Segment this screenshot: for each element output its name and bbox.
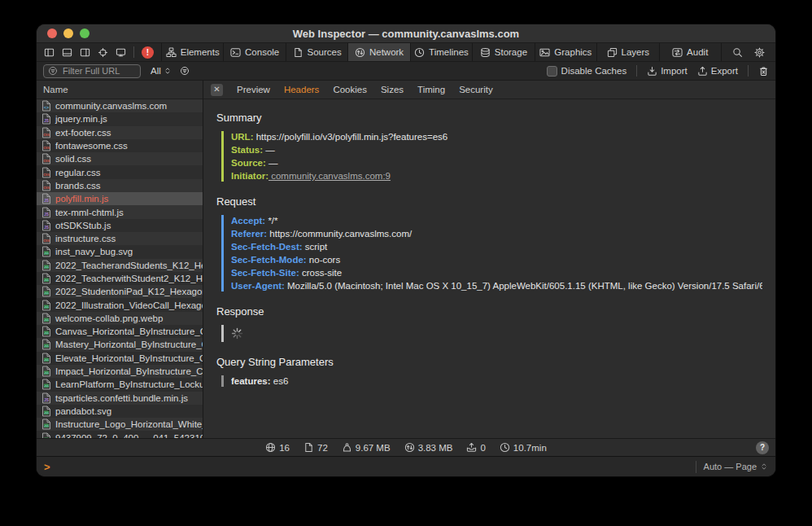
resource-row[interactable]: Canvas_Horizontal_ByInstructure_Colo…: [37, 325, 203, 338]
settings-gear-icon[interactable]: [751, 47, 768, 58]
file-type-css-icon: css: [41, 127, 51, 138]
clear-network-items-button[interactable]: [758, 66, 769, 77]
resource-row[interactable]: Elevate_Horizontal_ByInstructure_Colo…: [37, 352, 203, 365]
tab-elements[interactable]: Elements: [161, 43, 223, 61]
stat-outbox: 0: [466, 442, 485, 453]
resource-row[interactable]: Impact_Horizontal_ByInstructure_Color…: [37, 365, 203, 378]
help-button[interactable]: ?: [756, 441, 769, 454]
field-label: Source:: [231, 158, 266, 168]
tab-audit[interactable]: Audit: [659, 43, 721, 61]
export-button[interactable]: Export: [697, 66, 738, 77]
resource-row[interactable]: csssolid.css: [37, 152, 203, 165]
stat-value: 0: [480, 443, 485, 453]
resource-row[interactable]: 2022_Illustration_VideoCall_Hexagon.p…: [37, 298, 203, 311]
disable-caches-checkbox[interactable]: [547, 66, 557, 77]
zoom-window-button[interactable]: [80, 28, 89, 38]
window-title: Web Inspector — community.canvaslms.com: [37, 28, 775, 40]
export-icon: [697, 66, 708, 77]
file-type-js-icon: JS: [41, 392, 51, 404]
sidebar-column-header[interactable]: Name: [37, 81, 203, 99]
weight-icon: [342, 442, 352, 453]
resource-row[interactable]: JSpolyfill.min.js: [37, 192, 203, 205]
resource-row[interactable]: JStex-mml-chtml.js: [37, 205, 203, 218]
tab-network[interactable]: Network: [347, 43, 409, 61]
display-icon[interactable]: [116, 47, 126, 58]
disable-caches-label: Disable Caches: [561, 66, 627, 76]
resource-row[interactable]: <>community.canvaslms.com: [37, 99, 203, 112]
resource-row[interactable]: cssfontawesome.css: [37, 139, 203, 152]
detail-tab-sizes[interactable]: Sizes: [381, 85, 404, 94]
file-type-html-icon: <>: [41, 100, 51, 112]
detail-tab-cookies[interactable]: Cookies: [333, 85, 367, 94]
console-prompt-chevron[interactable]: >: [44, 462, 50, 472]
tab-label: Graphics: [554, 47, 592, 57]
tab-timelines[interactable]: Timelines: [410, 43, 472, 61]
resource-row[interactable]: JSotSDKStub.js: [37, 219, 203, 232]
issues-badge[interactable]: !: [142, 46, 154, 59]
search-icon[interactable]: [729, 47, 746, 58]
resource-row[interactable]: welcome-collab.png.webp: [37, 312, 203, 325]
header-field: Referer: https://community.canvaslms.com…: [231, 229, 762, 239]
resource-row[interactable]: 2022_StudentoniPad_K12_Hexagon.png: [37, 285, 203, 298]
filter-field[interactable]: [43, 64, 141, 78]
detail-tab-headers[interactable]: Headers: [284, 85, 319, 94]
elements-icon: [166, 47, 177, 58]
tab-sources[interactable]: Sources: [286, 43, 347, 61]
resource-name: ext-footer.css: [55, 128, 111, 138]
resource-row[interactable]: cssext-footer.css: [37, 126, 203, 139]
resource-row[interactable]: LearnPlatform_ByInstructure_Lockup_…: [37, 378, 203, 391]
resource-type-select[interactable]: All: [151, 66, 172, 76]
file-type-img-icon: [41, 326, 51, 337]
network-icon: [355, 47, 365, 58]
tab-storage[interactable]: Storage: [472, 43, 534, 61]
minimize-window-button[interactable]: [63, 28, 73, 38]
import-button[interactable]: Import: [647, 66, 688, 77]
svg-text:css: css: [43, 173, 50, 177]
resource-row[interactable]: 9437909_72_0_400 … 041_5423109: [37, 431, 203, 438]
file-type-js-icon: JS: [41, 113, 51, 125]
filter-options-button[interactable]: [180, 66, 190, 76]
close-detail-button[interactable]: ✕: [211, 84, 223, 96]
tab-label: Timelines: [429, 47, 469, 57]
execution-context-select[interactable]: Auto — Page: [696, 461, 768, 473]
svg-text:JS: JS: [44, 198, 50, 203]
target-icon[interactable]: [98, 47, 108, 58]
field-value: Mozilla/5.0 (Macintosh; Intel Mac OS X 1…: [285, 281, 762, 291]
resource-row[interactable]: cssinstructure.css: [37, 232, 203, 245]
field-value-link[interactable]: community.canvaslms.com:9: [268, 171, 391, 181]
resource-name: polyfill.min.js: [55, 194, 108, 204]
resource-row[interactable]: JStsparticles.confetti.bundle.min.js: [37, 392, 203, 405]
field-value: —: [263, 145, 275, 155]
dock-right-icon[interactable]: [80, 47, 90, 58]
tab-console[interactable]: Console: [223, 43, 285, 61]
resource-row[interactable]: JSjquery.min.js: [37, 112, 203, 125]
stat-value: 9.67 MB: [356, 443, 391, 453]
svg-text:css: css: [43, 239, 50, 243]
section-request: RequestAccept: */*Referer: https://commu…: [216, 195, 762, 291]
resource-row[interactable]: 2022_TeacherwithStudent2_K12_Hexa…: [37, 272, 203, 285]
tab-layers[interactable]: Layers: [596, 43, 658, 61]
tab-graphics[interactable]: Graphics: [535, 43, 596, 61]
file-type-img-icon: [41, 313, 51, 324]
close-window-button[interactable]: [47, 28, 57, 38]
section-heading: Summary: [216, 112, 762, 124]
disable-caches-control[interactable]: Disable Caches: [547, 66, 627, 77]
header-field: Sec-Fetch-Site: cross-site: [231, 268, 762, 278]
dock-bottom-icon[interactable]: [62, 47, 72, 58]
header-field: Source: —: [231, 158, 762, 168]
resource-row[interactable]: Mastery_Horizontal_ByInstructure_Colo…: [37, 338, 203, 351]
resource-row[interactable]: cssregular.css: [37, 165, 203, 178]
dock-left-icon[interactable]: [44, 47, 55, 58]
resource-row[interactable]: 2022_TeacherandStudents_K12_Hexag…: [37, 259, 203, 272]
detail-tab-preview[interactable]: Preview: [237, 85, 270, 94]
svg-text:css: css: [43, 133, 50, 137]
import-label: Import: [661, 66, 688, 76]
resource-row[interactable]: Instructure_Logo_Horizontal_White_RG…: [37, 418, 203, 431]
filter-url-input[interactable]: [61, 65, 136, 77]
resource-row[interactable]: inst_navy_bug.svg: [37, 245, 203, 258]
detail-tab-timing[interactable]: Timing: [417, 85, 445, 94]
resource-row[interactable]: pandabot.svg: [37, 405, 203, 418]
tab-label: Layers: [622, 47, 650, 57]
resource-row[interactable]: cssbrands.css: [37, 179, 203, 192]
detail-tab-security[interactable]: Security: [459, 85, 493, 94]
